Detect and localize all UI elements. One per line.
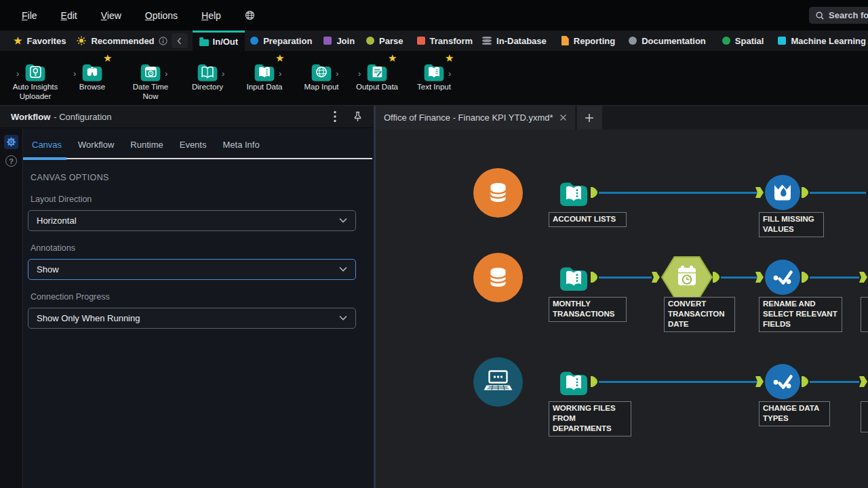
tab-runtime[interactable]: Runtime — [130, 140, 163, 150]
node-laptop-image[interactable] — [473, 357, 523, 409]
text-input-icon — [422, 60, 446, 83]
palette-tab-machine-learning[interactable]: Machine Learning — [778, 30, 866, 51]
tool-label: Output Data — [349, 83, 406, 92]
document-tab[interactable]: Office of Finance - Finance KPI YTD.yxmd… — [376, 106, 575, 129]
new-tab-button[interactable] — [577, 106, 602, 129]
tab-canvas[interactable]: Canvas — [32, 140, 62, 150]
node-annotation-label[interactable]: MONTHLY TRANSACTIONS — [549, 297, 627, 322]
output-anchor-icon[interactable] — [591, 376, 597, 390]
tool-auto-insights-uploader[interactable]: Auto Insights Uploader› — [5, 51, 66, 105]
pin-icon[interactable] — [353, 111, 363, 122]
tool-map-input[interactable]: Map Input› — [291, 51, 352, 105]
palette-tab-documentation[interactable]: Documentation — [629, 30, 706, 51]
connection-line[interactable] — [810, 277, 859, 279]
palette-tab-favorites[interactable]: ★ Favorites — [14, 30, 66, 51]
favorite-star-icon: ★ — [103, 53, 112, 63]
configuration-tabs: Canvas Workflow Runtime Events Meta Info — [32, 128, 374, 158]
node-annotation-label[interactable]: WORKING FILES FROM DEPARTMENTS — [549, 401, 631, 436]
input-anchor-icon[interactable] — [859, 376, 867, 390]
close-icon[interactable] — [559, 114, 567, 121]
search-input[interactable]: Search for — [809, 7, 868, 24]
settings-gear-icon[interactable] — [4, 135, 18, 149]
connection-line[interactable] — [599, 277, 652, 279]
input-anchor-icon[interactable] — [755, 376, 764, 390]
node-select-tool[interactable] — [765, 260, 800, 298]
tool-expand-chevron-icon[interactable]: › — [73, 69, 76, 78]
connection-line[interactable] — [599, 381, 757, 383]
globe-icon[interactable] — [245, 10, 255, 20]
report-page-icon — [561, 36, 569, 45]
tool-expand-chevron-icon[interactable]: › — [16, 69, 19, 78]
input-anchor-icon[interactable] — [755, 187, 764, 201]
palette-tab-recommended[interactable]: Recommended — [77, 30, 167, 51]
node-annotation-label[interactable]: ACCOUNT LISTS — [549, 212, 627, 227]
node-datetime-tool[interactable] — [661, 256, 713, 302]
input-anchor-icon[interactable] — [859, 272, 867, 285]
annotations-dropdown[interactable]: Show — [28, 259, 356, 280]
connection-line[interactable] — [721, 277, 757, 279]
node-database-image[interactable] — [473, 168, 523, 220]
menu-help[interactable]: Help — [201, 10, 221, 21]
palette-scroll-left-button[interactable] — [172, 33, 188, 48]
tool-expand-chevron-icon[interactable]: › — [358, 69, 361, 78]
node-input-data[interactable] — [558, 262, 589, 296]
tab-meta-info[interactable]: Meta Info — [222, 140, 259, 150]
node-input-data[interactable] — [558, 177, 589, 211]
palette-tab-reporting[interactable]: Reporting — [561, 30, 615, 51]
node-select-tool[interactable] — [765, 364, 800, 402]
node-annotation-label[interactable]: FILL MISSING VALUES — [759, 212, 824, 237]
workflow-canvas[interactable]: ACCOUNT LISTSFILL MISSING VALUESMONTHLY … — [376, 129, 868, 488]
tool-text-input[interactable]: Text Input★› — [403, 51, 465, 105]
palette-tab-preparation[interactable]: Preparation — [250, 30, 312, 51]
node-annotation-label[interactable]: CONVERT TRANSACITON DATE — [664, 297, 735, 332]
tool-browse[interactable]: Browse★› — [62, 51, 123, 105]
output-anchor-icon[interactable] — [802, 187, 808, 201]
menu-view[interactable]: View — [101, 10, 121, 21]
configuration-panel: Workflow - Configuration Canvas W — [0, 106, 376, 488]
connection-line[interactable] — [599, 192, 757, 194]
menu-file[interactable]: File — [22, 10, 37, 21]
palette-tab-spatial[interactable]: Spatial — [722, 30, 764, 51]
info-icon — [159, 37, 167, 45]
palette-tab-join[interactable]: Join — [323, 30, 355, 51]
output-anchor-icon[interactable] — [591, 187, 597, 201]
tool-directory[interactable]: Directory› — [177, 51, 238, 105]
output-anchor-icon[interactable] — [713, 272, 719, 285]
node-annotation-label[interactable]: RENAME AND SELECT RELEVANT FIELDS — [759, 297, 842, 332]
palette-tab-transform[interactable]: Transform — [417, 30, 473, 51]
tool-expand-chevron-icon[interactable]: › — [222, 69, 224, 78]
node-database-image[interactable] — [473, 253, 523, 305]
node-fill-missing-values[interactable] — [765, 175, 800, 213]
tool-input-data[interactable]: Input Data★› — [234, 51, 295, 105]
help-icon[interactable] — [5, 155, 17, 167]
input-anchor-icon[interactable] — [755, 272, 764, 285]
input-anchor-icon[interactable] — [652, 272, 660, 285]
tool-expand-chevron-icon[interactable]: › — [165, 69, 167, 78]
directory-icon — [196, 60, 220, 83]
node-annotation-label[interactable]: CHANGE DATA TYPES — [759, 401, 830, 426]
more-options-icon[interactable] — [334, 110, 336, 123]
tool-expand-chevron-icon[interactable]: › — [279, 69, 281, 78]
node-input-data[interactable] — [558, 366, 589, 400]
menu-edit[interactable]: Edit — [61, 10, 77, 21]
database-source-icon — [473, 168, 523, 218]
layout-direction-label: Layout Direction — [31, 195, 374, 204]
tab-workflow[interactable]: Workflow — [78, 140, 114, 150]
output-anchor-icon[interactable] — [802, 376, 808, 390]
tool-expand-chevron-icon[interactable]: › — [448, 69, 451, 78]
preparation-icon — [250, 37, 258, 45]
connection-progress-dropdown[interactable]: Show Only When Running — [28, 308, 356, 329]
tool-date-time-now[interactable]: Date Time Now› — [120, 51, 181, 105]
menu-options[interactable]: Options — [145, 10, 178, 21]
tool-expand-chevron-icon[interactable]: › — [336, 69, 338, 78]
palette-tab-in-database[interactable]: In-Database — [482, 30, 547, 51]
connection-line[interactable] — [810, 381, 859, 383]
tab-events[interactable]: Events — [180, 140, 207, 150]
tool-output-data[interactable]: Output Data★› — [347, 51, 408, 105]
output-anchor-icon[interactable] — [802, 272, 808, 285]
output-anchor-icon[interactable] — [591, 272, 597, 285]
connection-line[interactable] — [810, 192, 866, 194]
palette-tab-parse[interactable]: Parse — [366, 30, 403, 51]
layout-direction-dropdown[interactable]: Horizontal — [28, 210, 356, 231]
palette-tab-in-out[interactable]: In/Out — [193, 30, 245, 51]
